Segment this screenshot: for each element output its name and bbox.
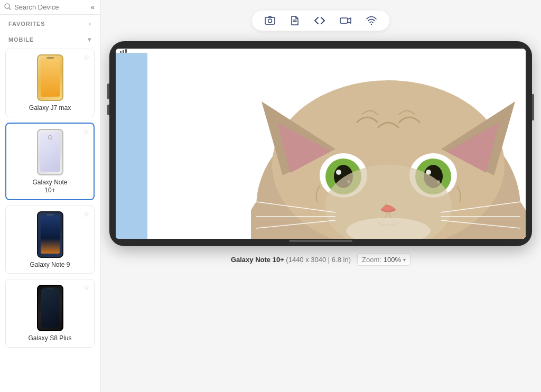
device-card-galaxy-note-9[interactable]: ☆ Galaxy Note 9: [5, 206, 95, 274]
zoom-selector[interactable]: Zoom: 100% ▾: [357, 254, 411, 266]
svg-point-18: [336, 170, 341, 175]
svg-rect-2: [265, 17, 275, 24]
mobile-chevron-icon: ▾: [88, 36, 91, 43]
device-info-bar: Galaxy Note 10+ (1440 x 3040 | 6.8 in) Z…: [231, 254, 411, 266]
device-image: [37, 129, 63, 175]
device-image: [37, 285, 63, 331]
search-bar: «: [0, 0, 100, 15]
star-icon[interactable]: ☆: [83, 53, 90, 61]
mobile-section-header[interactable]: MOBILE ▾: [0, 31, 100, 46]
device-frame-container: [109, 41, 532, 246]
toolbar: [252, 11, 389, 31]
code-button[interactable]: [312, 16, 327, 25]
svg-line-1: [9, 8, 11, 10]
search-input[interactable]: [14, 3, 83, 11]
device-name: Galaxy Note 9: [30, 261, 70, 269]
devices-list: ☆ Galaxy J7 max ☆ Galaxy Note10+ ☆: [0, 46, 100, 392]
device-name: Galaxy Note10+: [32, 179, 67, 195]
home-indicator: [289, 240, 352, 242]
device-name: Galaxy J7 max: [29, 104, 71, 113]
device-image: [37, 211, 63, 258]
star-icon[interactable]: ☆: [83, 284, 90, 292]
sidebar: « FAVORITES › MOBILE ▾ ☆ Galaxy J7 max ☆: [0, 0, 100, 392]
browser-content: [116, 49, 526, 239]
main-content: Galaxy Note 10+ (1440 x 3040 | 6.8 in) Z…: [100, 0, 541, 392]
zoom-label: Zoom:: [362, 256, 381, 264]
screenshot-button[interactable]: [263, 15, 277, 26]
favorites-section-header[interactable]: FAVORITES ›: [0, 15, 100, 31]
device-card-galaxy-s8-plus[interactable]: ☆ Galaxy S8 Plus: [5, 279, 95, 348]
power-button: [532, 94, 534, 120]
search-icon: [4, 3, 11, 12]
device-info-text: Galaxy Note 10+ (1440 x 3040 | 6.8 in): [231, 256, 351, 264]
record-button[interactable]: [338, 16, 353, 25]
zoom-value: 100%: [384, 256, 401, 264]
volume-up-button: [107, 83, 109, 99]
device-image: [37, 54, 63, 101]
active-device-name: Galaxy Note 10+: [231, 256, 284, 264]
volume-down-button: [107, 105, 109, 115]
favorites-chevron-icon: ›: [89, 20, 91, 27]
device-frame: [109, 41, 532, 246]
cat-image: [251, 80, 526, 239]
star-icon[interactable]: ☆: [83, 210, 90, 218]
device-name: Galaxy S8 Plus: [28, 334, 71, 343]
device-resolution: (1440 x 3040 | 6.8 in): [286, 256, 351, 264]
device-card-galaxy-note-10-plus[interactable]: ☆ Galaxy Note10+: [5, 123, 95, 200]
network-button[interactable]: [364, 15, 379, 26]
device-card-galaxy-j7-max[interactable]: ☆ Galaxy J7 max: [5, 49, 95, 117]
collapse-sidebar-button[interactable]: «: [90, 3, 96, 11]
svg-point-7: [371, 24, 372, 25]
favorites-label: FAVORITES: [8, 21, 45, 27]
svg-rect-6: [340, 18, 348, 23]
inspect-button[interactable]: [288, 15, 302, 26]
star-icon[interactable]: ☆: [83, 128, 89, 136]
zoom-chevron-icon: ▾: [403, 257, 406, 263]
device-screen: [116, 49, 526, 239]
mobile-label: MOBILE: [8, 36, 34, 43]
svg-point-3: [268, 19, 272, 23]
